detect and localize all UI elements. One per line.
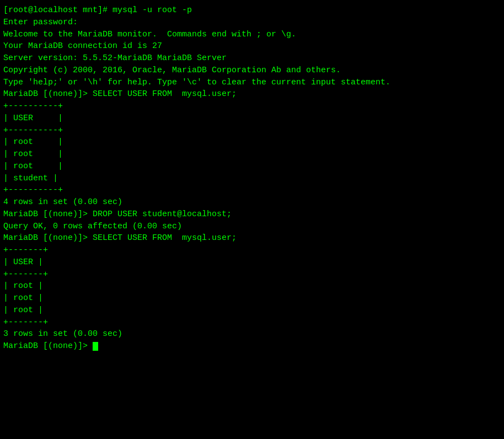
terminal-line: MariaDB [(none)]> SELECT USER FROM mysql… <box>3 232 501 244</box>
terminal-line: 4 rows in set (0.00 sec) <box>3 196 501 208</box>
terminal-line: Server version: 5.5.52-MariaDB MariaDB S… <box>3 52 501 65</box>
terminal-line: Type 'help;' or '\h' for help. Type '\c'… <box>3 77 501 89</box>
terminal-line: +-------+ <box>3 244 501 256</box>
terminal-line: | root | <box>3 304 501 317</box>
terminal-line: MariaDB [(none)]> DROP USER student@loca… <box>3 208 501 221</box>
terminal-line: | root | <box>3 160 501 173</box>
terminal-line: | USER | <box>3 113 501 125</box>
terminal-line: | root | <box>3 292 501 304</box>
terminal-line: 3 rows in set (0.00 sec) <box>3 328 501 340</box>
terminal-line: | USER | <box>3 256 501 269</box>
terminal-line: +----------+ <box>3 125 501 137</box>
terminal-line: +-------+ <box>3 317 501 329</box>
terminal-line: Your MariaDB connection id is 27 <box>3 40 501 52</box>
terminal-line: +-------+ <box>3 269 501 281</box>
terminal-window: [root@localhost mnt]# mysql -u root -pEn… <box>3 4 501 435</box>
terminal-line: [root@localhost mnt]# mysql -u root -p <box>3 4 501 17</box>
terminal-line: MariaDB [(none)]> SELECT USER FROM mysql… <box>3 88 501 100</box>
terminal-line: +----------+ <box>3 184 501 196</box>
terminal-line: | student | <box>3 173 501 185</box>
terminal-line: +----------+ <box>3 100 501 113</box>
terminal-cursor <box>93 342 98 351</box>
terminal-line: | root | <box>3 136 501 148</box>
terminal-line: Query OK, 0 rows affected (0.00 sec) <box>3 221 501 233</box>
terminal-line: Copyright (c) 2000, 2016, Oracle, MariaD… <box>3 65 501 77</box>
terminal-line: MariaDB [(none)]> <box>3 340 501 352</box>
terminal-line: Welcome to the MariaDB monitor. Commands… <box>3 29 501 41</box>
terminal-line: | root | <box>3 148 501 160</box>
terminal-line: | root | <box>3 280 501 292</box>
terminal-line: Enter password: <box>3 17 501 29</box>
